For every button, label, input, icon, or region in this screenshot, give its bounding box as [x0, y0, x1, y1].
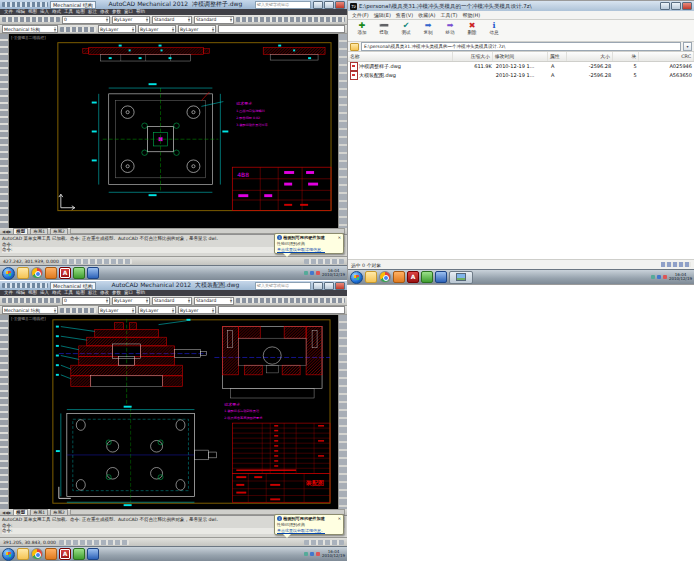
canvas-scrollbar-vertical[interactable]	[338, 34, 347, 228]
zip-menubar[interactable]: 文件(F)编辑(E)查看(V)收藏(A)工具(T)帮助(H)	[348, 11, 694, 20]
delete-button[interactable]: ✖删除	[464, 21, 480, 36]
draw-toolbar-vertical[interactable]	[0, 315, 9, 509]
viewport-controls-label[interactable]: [-][俯视][二维线框]	[11, 316, 46, 321]
lineweight-dropdown[interactable]: ByLayer▾	[138, 25, 176, 33]
tray-icon-3[interactable]	[663, 275, 667, 279]
tab-nav-arrows[interactable]: ◀◀▶	[2, 510, 11, 515]
standard-toolbar-icons[interactable]	[2, 298, 60, 303]
plotstyle-dropdown[interactable]: ByLayer▾	[178, 306, 216, 314]
col-size[interactable]: 大小	[567, 52, 612, 61]
move-button[interactable]: ➡移动	[442, 21, 458, 36]
drafting-toggle-buttons[interactable]	[62, 259, 132, 264]
info-button[interactable]: ℹ信息	[486, 21, 502, 36]
menu-item[interactable]: 工具(T)	[441, 12, 458, 18]
taskbar-clock[interactable]: 16:042010/12/19	[322, 550, 345, 559]
col-block[interactable]: 块	[613, 52, 639, 61]
statusbar-icons[interactable]	[661, 262, 691, 267]
quick-access-toolbar-icons[interactable]	[2, 283, 48, 288]
property-input[interactable]	[218, 25, 345, 33]
help-search-input[interactable]: 键入关键字或短语	[255, 282, 311, 290]
menu-item[interactable]: 编辑(E)	[374, 12, 391, 18]
taskbar-clock[interactable]: 16:042010/12/19	[669, 273, 692, 282]
tray-icon-3[interactable]	[316, 271, 320, 275]
copy-button[interactable]: ➡复制	[420, 21, 436, 36]
maximize-button[interactable]	[324, 1, 334, 9]
taskbar-clock[interactable]: 16:042010/12/19	[322, 269, 345, 278]
system-tray[interactable]: 16:042010/12/19	[651, 273, 692, 282]
file-row[interactable]: 大模装配图.dwg 2010-12-19 1... A -2596.28 5 A…	[348, 71, 694, 80]
address-bar[interactable]: E:\personal\模具类31.冲模冲头类模具的一个冲模冲头类模具设计.7z…	[361, 42, 681, 51]
property-input[interactable]	[218, 306, 345, 314]
balloon-close-icon[interactable]: ✕	[338, 235, 341, 240]
canvas-scrollbar-vertical[interactable]	[338, 315, 347, 509]
draw-toolbar-vertical[interactable]	[0, 34, 9, 228]
modify-toolbar-icons[interactable]	[236, 17, 345, 22]
add-button[interactable]: ✚添加	[354, 21, 370, 36]
taskbar-icon-chrome[interactable]	[379, 271, 391, 283]
dim-style-dropdown[interactable]: Standard▾	[152, 297, 192, 305]
lineweight-dropdown[interactable]: ByLayer▾	[138, 306, 176, 314]
taskbar-icon-chrome[interactable]	[31, 548, 43, 560]
taskbar-icon-orange-app[interactable]	[45, 548, 57, 560]
layer-dropdown[interactable]: 0▾	[62, 16, 110, 24]
linetype-dropdown[interactable]: ByLayer▾	[98, 306, 136, 314]
layer-dropdown[interactable]: 0▾	[62, 297, 110, 305]
system-tray[interactable]: 16:042010/12/19	[304, 269, 345, 278]
modify-toolbar-icons[interactable]	[236, 298, 345, 303]
minimize-button[interactable]	[313, 282, 323, 290]
tray-icon-2[interactable]	[310, 271, 314, 275]
menu-item[interactable]: 收藏(A)	[418, 12, 435, 18]
plotstyle-dropdown[interactable]: ByLayer▾	[178, 25, 216, 33]
menu-item[interactable]: 查看(V)	[396, 12, 413, 18]
taskbar-icon-green-app[interactable]	[421, 271, 433, 283]
tab-nav-arrows[interactable]: ◀◀▶	[2, 229, 11, 234]
start-orb[interactable]	[350, 271, 363, 284]
tray-icon-2[interactable]	[310, 552, 314, 556]
workspace-toolbar-dropdown[interactable]: Mechanical 结构▾	[2, 306, 58, 314]
tray-icon-2[interactable]	[657, 275, 661, 279]
close-button[interactable]	[335, 282, 345, 290]
text-style-dropdown[interactable]: Standard▾	[194, 16, 234, 24]
system-tray[interactable]: 16:042010/12/19	[304, 550, 345, 559]
col-crc[interactable]: CRC	[639, 52, 694, 61]
col-name[interactable]: 名称	[348, 52, 453, 61]
taskbar-icon-orange-app[interactable]	[393, 271, 405, 283]
color-dropdown[interactable]: ByLayer▾	[112, 297, 150, 305]
taskbar-icon-autocad[interactable]: A	[59, 267, 71, 279]
tray-icon-1[interactable]	[304, 271, 308, 275]
balloon-close-icon[interactable]: ✕	[338, 516, 341, 521]
text-style-dropdown[interactable]: Standard▾	[194, 297, 234, 305]
test-button[interactable]: ✔测试	[398, 21, 414, 36]
workspace-dropdown[interactable]: Mechanical 结构	[50, 1, 96, 9]
acad2-drawing-canvas[interactable]: [-][俯视][二维线框]	[9, 315, 338, 509]
start-orb[interactable]	[2, 267, 15, 280]
taskbar-icon-explorer[interactable]	[17, 267, 29, 279]
workspace-toolbar-icons[interactable]	[60, 27, 96, 32]
quick-access-toolbar-icons[interactable]	[2, 2, 48, 7]
start-orb[interactable]	[2, 548, 15, 561]
col-modified[interactable]: 修改时间	[493, 52, 548, 61]
linetype-dropdown[interactable]: ByLayer▾	[98, 25, 136, 33]
folder-up-icon[interactable]	[350, 43, 359, 51]
taskbar-icon-green-app[interactable]	[73, 267, 85, 279]
workspace-dropdown[interactable]: Mechanical 结构	[50, 282, 96, 290]
help-search-input[interactable]: 键入关键字或短语	[255, 1, 311, 9]
col-attr[interactable]: 属性	[548, 52, 567, 61]
taskbar-active-window-button[interactable]	[449, 271, 473, 284]
close-button[interactable]	[682, 2, 692, 10]
viewport-controls-label[interactable]: [-][俯视][二维线框]	[11, 35, 46, 40]
close-button[interactable]	[335, 1, 345, 9]
col-packed[interactable]: 压缩大小	[453, 52, 493, 61]
drafting-toggle-buttons[interactable]	[59, 540, 129, 545]
menu-item[interactable]: 文件(F)	[352, 12, 369, 18]
maximize-button[interactable]	[324, 282, 334, 290]
workspace-toolbar-dropdown[interactable]: Mechanical 结构▾	[2, 25, 58, 33]
color-dropdown[interactable]: ByLayer▾	[112, 16, 150, 24]
taskbar-icon-explorer[interactable]	[17, 548, 29, 560]
maximize-button[interactable]	[671, 2, 681, 10]
acad1-drawing-canvas[interactable]: [-][俯视][二维线框]	[9, 34, 338, 228]
taskbar-icon-autocad[interactable]: A	[407, 271, 419, 283]
taskbar-icon-blue-app[interactable]	[87, 267, 99, 279]
minimize-button[interactable]	[313, 1, 323, 9]
taskbar-icon-orange-app[interactable]	[45, 267, 57, 279]
